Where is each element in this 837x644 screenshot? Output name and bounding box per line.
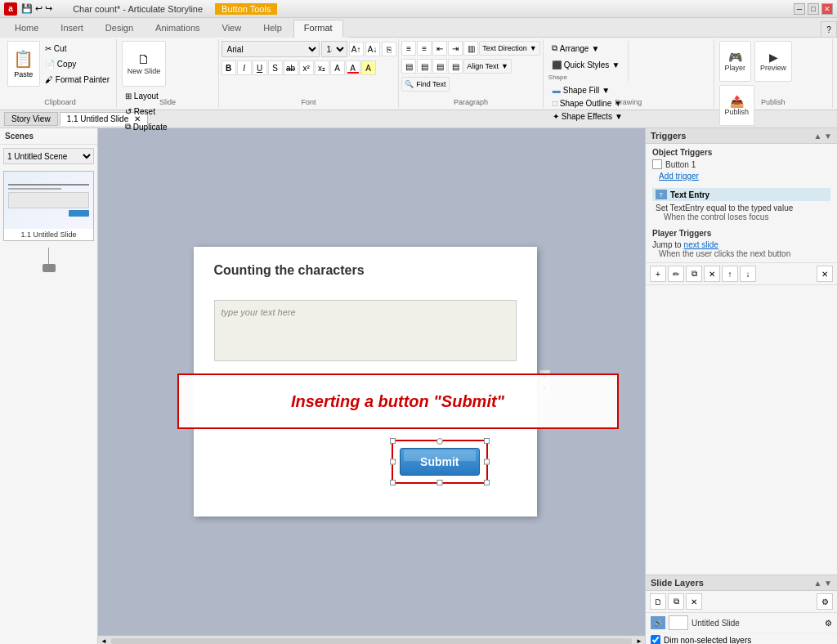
triggers-collapse[interactable]: ▲ ▼ [813, 132, 832, 141]
bullet-list-button[interactable]: ≡ [401, 41, 416, 56]
quick-styles-button[interactable]: ⬛ Quick Styles ▼ [548, 57, 623, 72]
highlight-button[interactable]: A [361, 60, 376, 75]
move-down-trigger-button[interactable]: ↓ [740, 266, 756, 282]
columns-button[interactable]: ▥ [463, 41, 478, 56]
clear-format-button[interactable]: A [330, 60, 345, 75]
handle-bottom[interactable] [436, 480, 442, 485]
shape-fill-button[interactable]: ▬ Shape Fill ▼ [548, 84, 627, 96]
align-right-button[interactable]: ▤ [432, 59, 447, 74]
object-triggers-title: Object Triggers [652, 148, 830, 157]
layer-thumbnail [669, 615, 688, 630]
text-direction-button[interactable]: Text Direction ▼ [479, 41, 539, 56]
paragraph-group: ≡ ≡ ⇤ ⇥ ▥ Text Direction ▼ ▤ ▤ ▤ ▤ Align… [399, 39, 544, 108]
align-text-button[interactable]: Align Text ▼ [463, 59, 512, 74]
handle-bl[interactable] [390, 480, 396, 485]
scroll-right-button[interactable]: ► [633, 636, 645, 644]
indent-more-button[interactable]: ⇥ [448, 41, 463, 56]
layer-gear-icon[interactable]: ⚙ [825, 619, 832, 628]
add-trigger-link[interactable]: Add trigger [659, 172, 699, 181]
delete-trigger-button[interactable]: ✕ [704, 266, 720, 282]
handle-br[interactable] [484, 480, 490, 485]
handle-tl[interactable] [390, 438, 396, 444]
edit-trigger-button[interactable]: ✏ [668, 266, 684, 282]
callout-box: Inserting a button "Submit" [177, 373, 619, 429]
cut-button[interactable]: ✂ Cut [42, 41, 113, 56]
duplicate-button[interactable]: ⧉ Duplicate [122, 119, 171, 134]
bold-button[interactable]: B [222, 60, 236, 75]
scroll-left-button[interactable]: ◄ [98, 636, 110, 644]
font-size-select[interactable]: 18 [321, 41, 347, 57]
shape-effects-button[interactable]: ✦ Shape Effects ▼ [548, 110, 627, 123]
copy-trigger-button[interactable]: ⧉ [686, 266, 702, 282]
handle-tr[interactable] [484, 438, 490, 444]
triggers-toolbar: + ✏ ⧉ ✕ ↑ ↓ ✕ [646, 262, 837, 285]
button1-checkbox[interactable] [652, 159, 662, 169]
help-icon[interactable]: ? [821, 21, 837, 38]
handle-top[interactable] [436, 438, 443, 445]
tab-animations[interactable]: Animations [145, 20, 210, 38]
paste-button[interactable]: 📋 Paste [7, 41, 40, 87]
maximize-button[interactable]: □ [808, 3, 819, 15]
delete-layer-button[interactable]: ✕ [686, 593, 702, 610]
player-button[interactable]: 🎮 Player [719, 41, 752, 82]
subscript-button[interactable]: x₂ [315, 60, 329, 75]
increase-font-button[interactable]: A↑ [349, 42, 364, 56]
align-center-button[interactable]: ▤ [417, 59, 432, 74]
tab-design[interactable]: Design [95, 20, 144, 38]
duplicate-layer-button[interactable]: ⧉ [668, 593, 684, 610]
slide-group: 🗋 New Slide ⊞ Layout ↺ Reset ⧉ Duplicate… [117, 39, 219, 108]
scene-select[interactable]: 1 Untitled Scene [3, 148, 94, 164]
tab-view[interactable]: View [212, 20, 253, 38]
new-slide-button[interactable]: 🗋 New Slide [122, 41, 167, 87]
minimize-button[interactable]: ─ [794, 3, 805, 15]
underline-button[interactable]: U [253, 60, 267, 75]
decrease-font-button[interactable]: A↓ [365, 42, 380, 56]
untitled-slide-layer[interactable]: 🔊 Untitled Slide ⚙ [646, 613, 837, 633]
shadow-button[interactable]: S [268, 60, 283, 75]
arrange-button[interactable]: ⧉ Arrange ▼ [548, 41, 623, 56]
text-entry-box[interactable]: type your text here [214, 300, 517, 361]
trigger-options-button[interactable]: ✕ [817, 266, 833, 282]
tab-help[interactable]: Help [253, 20, 293, 38]
scenes-header: Scenes [0, 128, 97, 145]
superscript-button[interactable]: x² [299, 60, 314, 75]
layer-options-button[interactable]: ⚙ [817, 593, 833, 610]
triggers-title: Triggers [651, 131, 686, 141]
justify-button[interactable]: ▤ [448, 59, 463, 74]
player-jump-label: Jump to [652, 240, 682, 249]
move-up-trigger-button[interactable]: ↑ [722, 266, 738, 282]
font-color-button[interactable]: A [346, 60, 360, 75]
font-group: Arial 18 A↑ A↓ ⎘ B I U S ab x² x₂ [219, 39, 399, 108]
indent-less-button[interactable]: ⇤ [432, 41, 447, 56]
slide-title: Counting the characters [214, 263, 365, 278]
strikethrough-button[interactable]: ab [284, 60, 298, 75]
format-painter-button[interactable]: 🖌 Format Painter [42, 72, 113, 87]
h-scroll-thumb[interactable] [111, 638, 632, 645]
handle-right[interactable] [484, 459, 490, 465]
dim-layers-checkbox[interactable] [651, 635, 660, 644]
slide-canvas[interactable]: Counting the characters type your text h… [194, 247, 537, 517]
numbered-list-button[interactable]: ≡ [417, 41, 432, 56]
close-button[interactable]: ✕ [821, 3, 833, 15]
ribbon-tab-bar: Home Insert Design Animations View Help … [0, 18, 837, 38]
tab-home[interactable]: Home [4, 20, 49, 38]
submit-button[interactable]: Submit [400, 448, 479, 476]
add-trigger-button[interactable]: + [650, 266, 666, 282]
copy-button[interactable]: 📄 Copy [42, 56, 113, 71]
slide-layers-collapse[interactable]: ▲ ▼ [813, 579, 832, 588]
tab-insert[interactable]: Insert [50, 20, 94, 38]
copy-format-button[interactable]: ⎘ [382, 42, 396, 56]
find-text-button[interactable]: 🔍 Find Text [401, 77, 449, 92]
next-slide-link[interactable]: next slide [684, 240, 718, 249]
player-triggers-title: Player Triggers [652, 229, 830, 238]
slide-thumbnail[interactable]: 1.1 Untitled Slide [3, 171, 94, 241]
horizontal-scrollbar[interactable]: ◄ ► [98, 635, 645, 644]
handle-left[interactable] [390, 459, 396, 465]
story-view-tab[interactable]: Story View [4, 112, 58, 126]
tab-format[interactable]: Format [293, 20, 343, 38]
add-layer-button[interactable]: 🗋 [650, 593, 666, 610]
align-left-button[interactable]: ▤ [401, 59, 416, 74]
preview-button[interactable]: ▶ Preview [754, 41, 792, 82]
font-family-select[interactable]: Arial [222, 41, 320, 57]
italic-button[interactable]: I [237, 60, 252, 75]
